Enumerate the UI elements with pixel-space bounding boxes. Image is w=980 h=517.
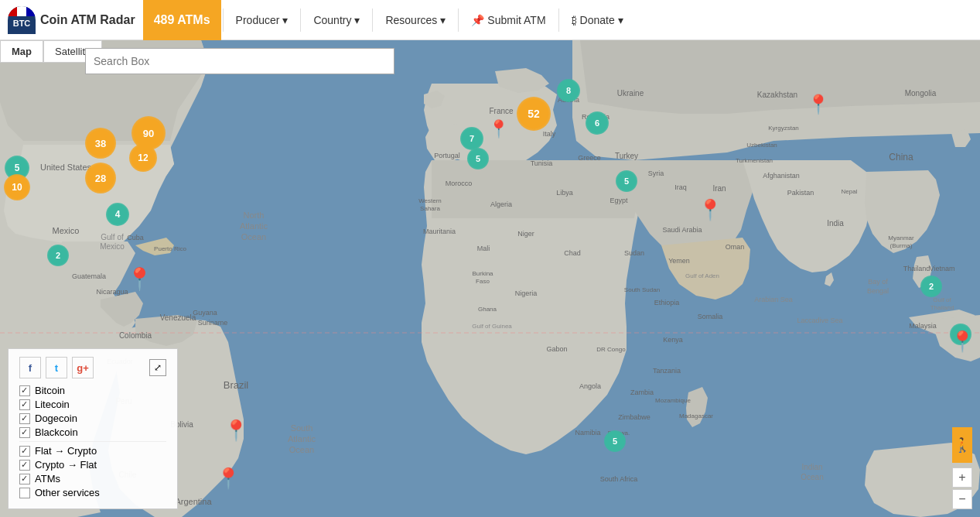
nav-resources[interactable]: Resources ▾ — [374, 0, 456, 40]
flat-crypto-label: Flat → Crypto — [35, 445, 97, 457]
cluster-5-turkey[interactable]: 5 — [616, 170, 637, 192]
zoom-out-button[interactable]: − — [952, 489, 972, 509]
bitcoin-label: Bitcoin — [35, 385, 65, 396]
facebook-button[interactable]: f — [19, 357, 41, 378]
googleplus-button[interactable]: g+ — [72, 357, 94, 378]
cluster-52[interactable]: 52 — [517, 97, 551, 131]
svg-text:Greece: Greece — [578, 154, 601, 162]
blackcoin-checkbox[interactable] — [19, 427, 30, 438]
svg-text:Tunisia: Tunisia — [531, 159, 553, 167]
svg-text:Gulf of Guinea: Gulf of Guinea — [472, 323, 512, 330]
svg-text:United States: United States — [40, 163, 92, 172]
cluster-38[interactable]: 38 — [85, 128, 116, 159]
btc-logo: BTC — [8, 6, 36, 34]
litecoin-checkbox[interactable] — [19, 399, 30, 410]
svg-text:Laccadive Sea: Laccadive Sea — [797, 317, 842, 324]
cluster-5-portugal[interactable]: 5 — [467, 148, 489, 169]
zoom-in-button[interactable]: + — [952, 467, 972, 488]
svg-text:Zambia: Zambia — [630, 389, 654, 396]
svg-text:Gulf of Aden: Gulf of Aden — [685, 272, 719, 279]
legend-item-blackcoin: Blackcoin — [19, 426, 166, 438]
svg-text:Egypt: Egypt — [610, 197, 628, 204]
cluster-10[interactable]: 10 — [4, 174, 30, 200]
site-name: Coin ATM Radar — [40, 13, 135, 27]
svg-text:France: France — [489, 107, 514, 115]
svg-text:Mozambique: Mozambique — [655, 397, 691, 404]
svg-text:Nicaragua: Nicaragua — [96, 288, 128, 296]
svg-text:Cuba: Cuba — [127, 234, 144, 241]
nav-submit-atm[interactable]: 📌 Submit ATM — [460, 0, 556, 40]
svg-text:Thailand: Thailand — [903, 265, 930, 272]
cluster-12[interactable]: 12 — [129, 144, 157, 172]
nav-donate[interactable]: ₿ Donate ▾ — [561, 0, 634, 40]
pin-indonesia[interactable]: 📍 — [950, 330, 975, 354]
other-label: Other services — [35, 487, 100, 498]
svg-text:Colombia: Colombia — [119, 331, 152, 340]
cluster-5-africa[interactable]: 5 — [604, 430, 626, 452]
svg-text:Burkina: Burkina — [472, 270, 493, 277]
legend-item-crypto-flat: Crypto → Flat — [19, 459, 166, 471]
svg-text:Iraq: Iraq — [674, 183, 687, 191]
svg-text:Ethiopia: Ethiopia — [654, 299, 680, 306]
svg-text:Kazakhstan: Kazakhstan — [757, 91, 797, 99]
cluster-8-austria[interactable]: 8 — [557, 79, 580, 102]
svg-text:Niger: Niger — [517, 230, 534, 238]
pin-argentina[interactable]: 📍 — [216, 467, 241, 491]
pin-paraguay[interactable]: 📍 — [224, 419, 248, 443]
blackcoin-label: Blackcoin — [35, 426, 78, 438]
pin-central-america[interactable]: 📍 — [126, 266, 153, 292]
dogecoin-checkbox[interactable] — [19, 413, 30, 424]
litecoin-label: Litecoin — [35, 399, 70, 410]
svg-text:Venezuela: Venezuela — [160, 313, 196, 322]
svg-text:Vietnam: Vietnam — [930, 265, 955, 272]
legend-item-atms: ATMs — [19, 473, 166, 484]
svg-text:Arabian Sea: Arabian Sea — [754, 296, 793, 303]
cluster-4[interactable]: 4 — [106, 203, 129, 226]
bitcoin-checkbox[interactable] — [19, 385, 30, 396]
svg-text:Atlantic: Atlantic — [288, 434, 316, 443]
svg-text:Western: Western — [418, 197, 442, 204]
nav-country[interactable]: Country ▾ — [302, 0, 370, 40]
svg-text:(Burma): (Burma) — [890, 242, 913, 249]
atms-checkbox[interactable] — [19, 474, 30, 484]
svg-text:Myanmar: Myanmar — [888, 235, 914, 241]
svg-text:Iran: Iran — [712, 184, 726, 193]
expand-button[interactable]: ⤢ — [149, 359, 166, 376]
legend-item-dogecoin: Dogecoin — [19, 413, 166, 424]
svg-text:Malaysia: Malaysia — [909, 322, 937, 330]
svg-text:China: China — [889, 152, 913, 163]
tab-map[interactable]: Map — [0, 40, 43, 63]
svg-text:Sahara: Sahara — [420, 205, 440, 212]
street-view-button[interactable]: 🚶 — [952, 427, 972, 463]
svg-text:Somalia: Somalia — [698, 313, 723, 320]
svg-text:Zimbabwe: Zimbabwe — [618, 413, 650, 421]
svg-text:Bengal: Bengal — [867, 287, 889, 295]
legend-social: f t g+ ⤢ — [19, 357, 166, 378]
nav-separator-2 — [300, 9, 301, 32]
svg-text:North: North — [244, 211, 265, 220]
other-checkbox[interactable] — [19, 488, 30, 498]
pin-kazakhstan[interactable]: 📍 — [807, 94, 830, 115]
nav-separator-5 — [558, 9, 559, 32]
search-input[interactable] — [85, 48, 394, 74]
nav-producer[interactable]: Producer ▾ — [225, 0, 299, 40]
svg-text:Syria: Syria — [648, 169, 664, 177]
svg-text:Ocean: Ocean — [289, 445, 314, 454]
cluster-6-romania[interactable]: 6 — [586, 111, 609, 135]
cluster-28[interactable]: 28 — [85, 163, 116, 193]
svg-text:Turkmenistan: Turkmenistan — [736, 157, 773, 164]
cluster-2-vietnam[interactable]: 2 — [920, 276, 942, 297]
pin-iran[interactable]: 📍 — [698, 198, 722, 222]
svg-text:Mexico: Mexico — [53, 226, 80, 235]
crypto-flat-checkbox[interactable] — [19, 460, 30, 471]
cluster-2-mexico[interactable]: 2 — [47, 245, 69, 266]
svg-text:Uzbekistan: Uzbekistan — [746, 142, 777, 149]
bitcoin-icon: ₿ — [572, 14, 577, 26]
cluster-7-spain[interactable]: 7 — [460, 127, 483, 150]
flat-crypto-checkbox[interactable] — [19, 446, 30, 457]
twitter-button[interactable]: t — [46, 357, 67, 378]
dogecoin-label: Dogecoin — [35, 413, 77, 424]
pin-uk[interactable]: 📍 — [488, 119, 509, 139]
atm-count-button[interactable]: 489 ATMs — [143, 0, 221, 40]
svg-text:Afghanistan: Afghanistan — [763, 172, 800, 180]
